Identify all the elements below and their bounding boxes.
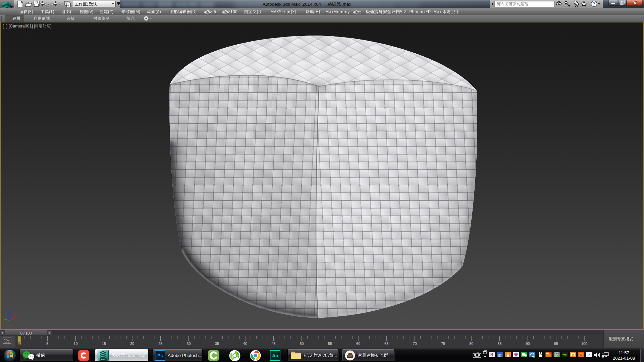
svg-text:5: 5 — [46, 342, 48, 346]
svg-text:50: 50 — [300, 342, 304, 346]
svg-text:Ps: Ps — [157, 353, 163, 358]
svg-text:N: N — [490, 353, 493, 357]
svg-text:25: 25 — [158, 342, 162, 346]
svg-text:65: 65 — [384, 342, 388, 346]
svg-text:40: 40 — [243, 342, 247, 346]
svg-text:55: 55 — [328, 342, 332, 346]
svg-text:45: 45 — [271, 342, 275, 346]
svg-text:MAX: MAX — [101, 358, 106, 361]
svg-text:10: 10 — [73, 342, 77, 346]
svg-text:Adobe Photosh...: Adobe Photosh... — [168, 353, 203, 358]
svg-text:100: 100 — [581, 342, 587, 346]
svg-text:.max - Aut...: .max - Aut... — [125, 353, 148, 358]
svg-text:11:57: 11:57 — [619, 350, 629, 355]
svg-text:80: 80 — [469, 342, 473, 346]
svg-text:e: e — [588, 353, 590, 357]
svg-text:75: 75 — [441, 342, 445, 346]
svg-text:90: 90 — [526, 342, 530, 346]
svg-text:15: 15 — [102, 342, 106, 346]
svg-text:[][]: [][] — [498, 354, 501, 357]
svg-text:60: 60 — [356, 342, 360, 346]
svg-text:85: 85 — [497, 342, 501, 346]
svg-text:0: 0 — [18, 342, 20, 346]
svg-text:20: 20 — [130, 342, 134, 346]
svg-text:70: 70 — [413, 342, 417, 346]
svg-text:95: 95 — [554, 342, 558, 346]
svg-text:2021-01-08: 2021-01-08 — [613, 356, 635, 361]
svg-text:35: 35 — [215, 342, 219, 346]
svg-text:Au: Au — [272, 353, 278, 358]
svg-text:30: 30 — [186, 342, 191, 346]
